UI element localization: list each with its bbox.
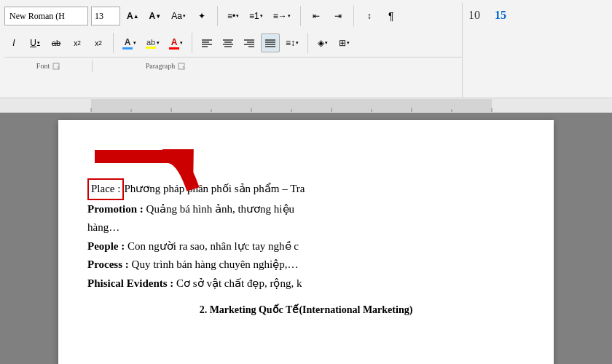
show-marks-btn[interactable]: ¶ (382, 7, 401, 25)
italic-btn[interactable]: I (4, 33, 23, 52)
underline-btn[interactable]: U ▾ (26, 33, 44, 52)
bullets-btn[interactable]: ≡• ▾ (224, 7, 243, 25)
align-right-icon (244, 39, 254, 47)
superscript-btn[interactable]: x2 (89, 33, 108, 52)
page-numbers-panel: 10 15 (462, 3, 608, 98)
page-number-10: 10 (468, 9, 480, 22)
font-color2-indicator: A (169, 37, 179, 50)
align-left-btn[interactable] (197, 33, 216, 52)
red-arrow-svg (80, 149, 226, 207)
page-number-15: 15 (495, 9, 506, 22)
align-right-btn[interactable] (240, 33, 259, 52)
subscript-btn[interactable]: x2 (68, 33, 87, 52)
footer-heading: 2. Marketing Quốc Tế(International Marke… (87, 301, 525, 319)
document-area: Place : Phương pháp phân phối sản phẩm –… (0, 113, 612, 364)
align-justify-btn[interactable] (261, 33, 280, 52)
document-page: Place : Phương pháp phân phối sản phẩm –… (58, 120, 554, 364)
ribbon-sections: Font Paragraph (4, 57, 462, 73)
line-spacing-btn[interactable]: ≡↕ ▾ (282, 33, 302, 52)
sep2 (300, 6, 301, 26)
sep6 (307, 33, 308, 53)
font-section-label: Font (4, 62, 92, 70)
highlight-bar (146, 47, 156, 49)
font-color2-btn[interactable]: A ▾ (165, 33, 187, 52)
paragraph-section-icon (178, 63, 185, 70)
paragraph-section-label: Paragraph (93, 62, 238, 70)
phisical-line: Phisical Evidents : Cơ sở vật chất đẹp, … (87, 274, 525, 293)
align-justify-icon (265, 39, 275, 47)
font-color2-bar (169, 47, 179, 50)
align-center-btn[interactable] (219, 33, 238, 52)
increase-font-btn[interactable]: A▲ (123, 7, 143, 25)
borders-btn[interactable]: ⊞ ▾ (334, 33, 353, 52)
sep3 (353, 6, 354, 26)
process-line: Process : Quy trình bán hàng chuyên nghi… (87, 256, 525, 274)
highlight-indicator: ab (146, 38, 156, 49)
sep5 (192, 33, 192, 53)
change-case-btn[interactable]: Aa▾ (168, 7, 189, 25)
decrease-font-btn[interactable]: A▼ (146, 7, 165, 25)
font-color-bar (122, 47, 133, 50)
multilevel-btn[interactable]: ≡→ ▾ (270, 7, 294, 25)
ribbon: New Roman (H 13 A▲ A▼ Aa▾ ✦ ≡• ▾ ≡1 ▾ ≡→… (0, 0, 612, 98)
font-size-input[interactable]: 13 (91, 7, 120, 25)
align-center-icon (223, 39, 233, 47)
sep4 (113, 33, 114, 53)
ribbon-row1: New Roman (H 13 A▲ A▼ Aa▾ ✦ ≡• ▾ ≡1 ▾ ≡→… (4, 3, 462, 29)
arrow-container (80, 149, 226, 207)
increase-indent-btn[interactable]: ⇥ (329, 7, 348, 25)
ruler (0, 98, 612, 113)
process-label: Process : (87, 258, 129, 270)
phisical-label: Phisical Evidents : (87, 277, 173, 289)
strikethrough-btn[interactable]: ab (47, 33, 66, 52)
ruler-svg (47, 99, 543, 112)
hang-line: hàng… (87, 218, 525, 237)
align-left-icon (202, 39, 212, 47)
sort-btn[interactable]: ↕ (360, 7, 379, 25)
font-section-icon (52, 63, 60, 70)
ribbon-row2: I U ▾ ab x2 x2 A ▾ ab (4, 31, 462, 55)
shading-btn[interactable]: ◈ ▾ (313, 33, 332, 52)
decrease-indent-btn[interactable]: ⇤ (307, 7, 326, 25)
clear-format-btn[interactable]: ✦ (192, 7, 211, 25)
sep1 (217, 6, 218, 26)
highlight-btn[interactable]: ab ▾ (142, 33, 163, 52)
font-color-btn[interactable]: A ▾ (119, 33, 140, 52)
people-line: People : Con người ra sao, nhân lực tay … (87, 237, 525, 256)
people-label: People : (87, 240, 125, 252)
font-color-indicator: A (122, 37, 133, 50)
numbering-btn[interactable]: ≡1 ▾ (246, 7, 267, 25)
svg-rect-18 (178, 63, 184, 69)
font-name-input[interactable]: New Roman (H (4, 7, 88, 25)
svg-rect-16 (53, 63, 59, 69)
